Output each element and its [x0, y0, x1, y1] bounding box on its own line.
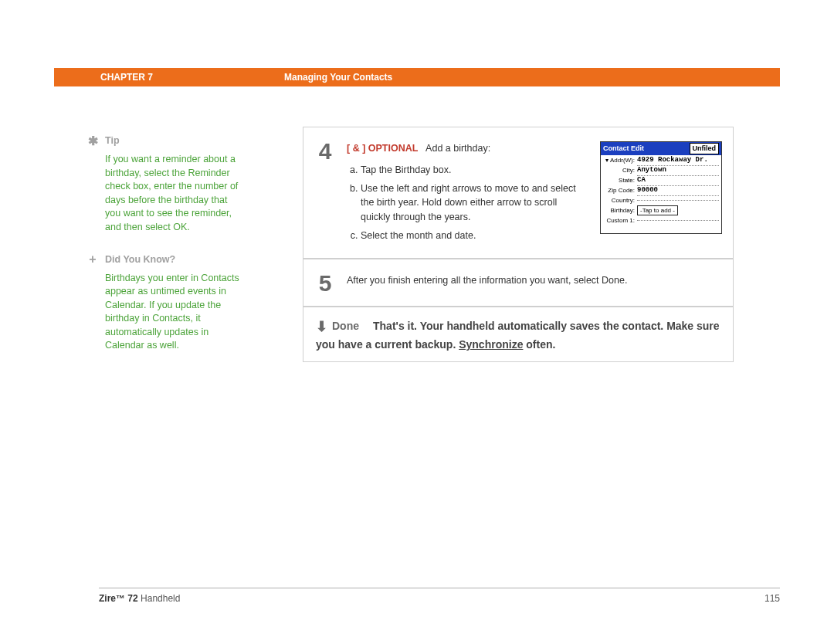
- plus-icon: +: [86, 251, 99, 268]
- step-4-lead: Add a birthday:: [425, 143, 490, 154]
- step-4-text: [ & ] OPTIONAL Add a birthday: Tap the B…: [347, 141, 586, 247]
- done-row: ⬇DoneThat's it. Your handheld automatica…: [303, 307, 733, 361]
- page-footer: Zire™ 72 Handheld 115: [99, 588, 780, 604]
- done-text-2: often.: [523, 338, 555, 351]
- list-item: Select the month and date.: [361, 229, 586, 242]
- step-4: 4 [ & ] OPTIONAL Add a birthday: Tap the…: [303, 127, 733, 259]
- done-label: Done: [332, 320, 359, 332]
- step-number: 4: [303, 135, 347, 247]
- dyk-heading: + Did You Know?: [105, 251, 244, 268]
- country-field[interactable]: [637, 200, 719, 201]
- country-label: Country:: [603, 196, 637, 205]
- zip-field[interactable]: 90000: [637, 185, 719, 196]
- birthday-label: Birthday:: [603, 206, 637, 215]
- chapter-title: Managing Your Contacts: [284, 72, 392, 83]
- custom1-label: Custom 1:: [603, 216, 637, 225]
- main-content: 4 [ & ] OPTIONAL Add a birthday: Tap the…: [303, 127, 734, 362]
- optional-tag: [ & ] OPTIONAL: [347, 143, 418, 154]
- page-number: 115: [764, 593, 780, 604]
- download-icon: ⬇: [316, 319, 327, 334]
- city-label: City:: [603, 166, 637, 175]
- state-field[interactable]: CA: [637, 175, 719, 186]
- device-screenshot: Contact Edit Unfiled ▾Addr(W): 4929 Rock…: [600, 141, 722, 234]
- dyk-text: Birthdays you enter in Contacts appear a…: [105, 272, 244, 353]
- step-5-text: After you finish entering all the inform…: [347, 267, 722, 295]
- category-selector[interactable]: Unfiled: [690, 143, 720, 154]
- addr-field[interactable]: 4929 Rockaway Dr.: [637, 155, 719, 166]
- addr-label: Addr(W):: [610, 157, 635, 164]
- product-name: Zire™ 72 Handheld: [99, 593, 180, 604]
- dyk-label: Did You Know?: [105, 253, 175, 267]
- chevron-down-icon[interactable]: ▾: [605, 157, 609, 164]
- step-4-list: Tap the Birthday box. Use the left and r…: [361, 163, 586, 242]
- list-item: Tap the Birthday box.: [361, 163, 586, 177]
- step-number: 5: [303, 267, 347, 295]
- tip-text: If you want a reminder about a birthday,…: [105, 153, 244, 234]
- custom1-field[interactable]: [637, 220, 719, 221]
- device-title-text: Contact Edit: [603, 144, 644, 154]
- city-field[interactable]: Anytown: [637, 165, 719, 176]
- birthday-tap-to-add[interactable]: -Tap to add -: [637, 205, 678, 216]
- state-label: State:: [603, 176, 637, 185]
- sidebar: ✱ Tip If you want a reminder about a bir…: [105, 133, 244, 370]
- chapter-label: CHAPTER 7: [100, 72, 153, 83]
- list-item: Use the left and right arrows to move to…: [361, 181, 586, 223]
- tip-heading: ✱ Tip: [105, 133, 244, 150]
- zip-label: Zip Code:: [603, 186, 637, 195]
- chapter-header: CHAPTER 7 Managing Your Contacts: [54, 68, 780, 86]
- asterisk-icon: ✱: [86, 133, 99, 150]
- synchronize-link[interactable]: Synchronize: [459, 338, 523, 351]
- tip-block: ✱ Tip If you want a reminder about a bir…: [105, 133, 244, 234]
- step-5: 5 After you finish entering all the info…: [303, 259, 733, 307]
- tip-label: Tip: [105, 134, 120, 148]
- did-you-know-block: + Did You Know? Birthdays you enter in C…: [105, 251, 244, 352]
- device-titlebar: Contact Edit Unfiled: [601, 142, 721, 155]
